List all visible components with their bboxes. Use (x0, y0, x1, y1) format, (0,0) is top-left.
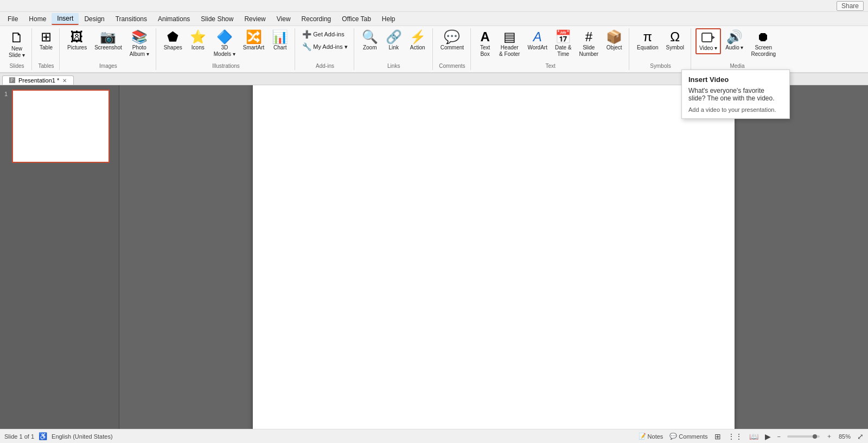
slide-canvas[interactable] (253, 85, 735, 429)
ribbon-group-symbols: π Equation Ω Symbol Symbols (630, 28, 691, 70)
header-footer-button[interactable]: ▤ Header& Footer (496, 28, 523, 60)
slide-number-button[interactable]: # SlideNumber (576, 28, 602, 60)
zoom-label: Zoom (363, 45, 377, 51)
zoom-plus-button[interactable]: ＋ (826, 432, 832, 440)
shapes-button[interactable]: ⬟ Shapes (161, 28, 186, 53)
zoom-button[interactable]: 🔍 Zoom (359, 28, 381, 53)
menu-bar: File Home Insert Design Transitions Anim… (0, 12, 868, 26)
my-addins-label: My Add-ins ▾ (313, 43, 347, 50)
text-group-label: Text (545, 62, 555, 70)
photo-album-label: PhotoAlbum ▾ (130, 45, 149, 58)
links-group-label: Links (387, 62, 400, 70)
addins-group-label: Add-ins (316, 62, 334, 70)
tooltip-title: Insert Video (688, 75, 783, 84)
pictures-icon: 🖼 (71, 30, 84, 43)
link-button[interactable]: 🔗 Link (382, 28, 405, 53)
tooltip-tagline: What's everyone's favorite slide? The on… (688, 87, 783, 102)
menu-insert[interactable]: Insert (52, 13, 79, 25)
comment-button[interactable]: 💬 Comment (437, 28, 467, 53)
tab-ppt-icon: 🅿 (9, 77, 15, 84)
zoom-level[interactable]: 85% (839, 433, 851, 440)
tab-presentation1[interactable]: 🅿 Presentation1 * ✕ (2, 75, 74, 85)
menu-view[interactable]: View (271, 13, 296, 25)
equation-button[interactable]: π Equation (634, 28, 661, 53)
screen-recording-button[interactable]: ⏺ ScreenRecording (748, 28, 779, 60)
comments-button[interactable]: 💬 Comments (669, 433, 707, 440)
screenshot-label: Screenshot (94, 45, 122, 51)
action-button[interactable]: ⚡ Action (406, 28, 429, 53)
status-right: 📝 Notes 💬 Comments ⊞ ⋮⋮ 📖 ▶ − ＋ 85% ⤢ (639, 432, 864, 441)
zoom-slider[interactable] (787, 435, 820, 438)
table-label: Table (40, 45, 53, 51)
menu-animations[interactable]: Animations (152, 13, 195, 25)
3d-models-button[interactable]: 🔷 3DModels ▾ (210, 28, 239, 60)
smartart-icon: 🔀 (246, 30, 262, 43)
insert-video-tooltip: Insert Video What's everyone's favorite … (681, 69, 790, 119)
3d-models-label: 3DModels ▾ (214, 45, 235, 58)
menu-design[interactable]: Design (79, 13, 110, 25)
menu-officetab[interactable]: Office Tab (336, 13, 376, 25)
smartart-button[interactable]: 🔀 SmartArt (240, 28, 267, 53)
symbol-button[interactable]: Ω Symbol (663, 28, 687, 53)
screenshot-button[interactable]: 📷 Screenshot (91, 28, 125, 53)
chart-label: Chart (273, 45, 286, 51)
3d-models-icon: 🔷 (216, 30, 233, 43)
menu-slideshow[interactable]: Slide Show (195, 13, 239, 25)
new-slide-button[interactable]: 🗋 NewSlide ▾ (5, 28, 28, 61)
zoom-minus-button[interactable]: − (777, 433, 781, 440)
tab-close-button[interactable]: ✕ (62, 78, 67, 84)
illustrations-group-label: Illustrations (212, 62, 240, 70)
canvas-area (119, 85, 868, 429)
slides-group-label: Slides (9, 62, 24, 70)
shapes-label: Shapes (164, 45, 182, 51)
object-button[interactable]: 📦 Object (603, 28, 626, 53)
textbox-icon: A (480, 30, 489, 43)
title-bar-right: Share (837, 2, 864, 10)
fit-slide-button[interactable]: ⤢ (857, 432, 864, 441)
accessibility-icon[interactable]: ♿ (39, 432, 47, 440)
menu-home[interactable]: Home (23, 13, 52, 25)
menu-help[interactable]: Help (376, 13, 401, 25)
my-addins-button[interactable]: 🔧 My Add-ins ▾ (299, 41, 350, 53)
pictures-button[interactable]: 🖼 Pictures (64, 28, 90, 53)
slide-1-thumbnail[interactable] (12, 90, 110, 163)
audio-button[interactable]: 🔊 Audio ▾ (722, 28, 746, 53)
view-reading-icon[interactable]: 📖 (749, 432, 758, 441)
video-button[interactable]: Video ▾ (695, 28, 721, 54)
date-time-button[interactable]: 📅 Date &Time (552, 28, 575, 60)
screenshot-icon: 📷 (100, 30, 116, 43)
view-slide-sorter-icon[interactable]: ⋮⋮ (727, 432, 743, 441)
view-slideshow-icon[interactable]: ▶ (765, 432, 771, 441)
share-button[interactable]: Share (837, 1, 864, 11)
wordart-button[interactable]: A WordArt (524, 28, 551, 53)
ribbon-group-comments: 💬 Comment Comments (434, 28, 471, 70)
textbox-button[interactable]: A TextBox (475, 28, 495, 60)
smartart-label: SmartArt (243, 45, 264, 51)
notes-button[interactable]: 📝 Notes (639, 433, 663, 440)
get-addins-label: Get Add-ins (313, 31, 344, 37)
ribbon-group-slides: 🗋 NewSlide ▾ Slides (2, 28, 32, 70)
get-addins-button[interactable]: ➕ Get Add-ins (299, 28, 350, 40)
ribbon-group-text: A TextBox ▤ Header& Footer A WordArt 📅 D… (472, 28, 629, 70)
table-button[interactable]: ⊞ Table (36, 28, 56, 53)
audio-icon: 🔊 (726, 30, 743, 43)
chart-button[interactable]: 📊 Chart (269, 28, 291, 53)
icons-button[interactable]: ⭐ Icons (187, 28, 209, 53)
photo-album-button[interactable]: 📚 PhotoAlbum ▾ (126, 28, 152, 60)
menu-file[interactable]: File (2, 13, 23, 25)
language-label[interactable]: English (United States) (52, 433, 113, 440)
menu-review[interactable]: Review (239, 13, 271, 25)
shapes-icon: ⬟ (167, 30, 178, 43)
tables-group-label: Tables (39, 62, 54, 70)
ribbon: 🗋 NewSlide ▾ Slides ⊞ Table Tables 🖼 Pic (0, 26, 868, 73)
ribbon-group-links: 🔍 Zoom 🔗 Link ⚡ Action Links (355, 28, 433, 70)
audio-label: Audio ▾ (725, 45, 743, 51)
comment-icon: 💬 (444, 30, 460, 43)
symbol-label: Symbol (666, 45, 684, 51)
menu-transitions[interactable]: Transitions (110, 13, 152, 25)
slide-number-icon: # (585, 30, 592, 43)
view-normal-icon[interactable]: ⊞ (714, 432, 721, 441)
menu-recording[interactable]: Recording (296, 13, 337, 25)
title-bar: Share (0, 0, 868, 12)
status-bar: Slide 1 of 1 ♿ English (United States) 📝… (0, 429, 868, 443)
